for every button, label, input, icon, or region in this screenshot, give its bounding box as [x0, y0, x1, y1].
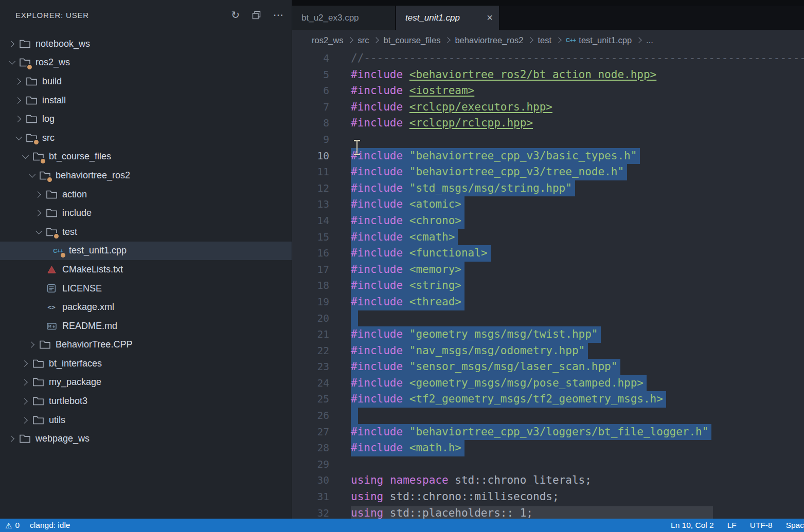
breadcrumb-item-src[interactable]: src	[358, 35, 369, 45]
tree-item-CMakeLists.txt[interactable]: CMakeLists.txt	[0, 260, 292, 279]
tree-item-package.xml[interactable]: <>package.xml	[0, 298, 292, 317]
tree-item-turtlebot3[interactable]: turtlebot3	[0, 392, 292, 411]
code-line-13[interactable]: 13#include <atomic>	[292, 196, 804, 213]
code-line-5[interactable]: 5#include <behaviortree_ros2/bt_action_n…	[292, 67, 804, 83]
tree-item-action[interactable]: action	[0, 185, 292, 204]
token-plain	[403, 150, 409, 162]
refresh-icon[interactable]: ↻	[231, 10, 240, 20]
close-tab-icon[interactable]: ×	[480, 12, 493, 24]
code-line-7[interactable]: 7#include <rclcpp/executors.hpp>	[292, 99, 804, 116]
tab-test_unit1.cpp[interactable]: test_unit1.cpp×	[396, 6, 500, 30]
tree-item-ros2_ws[interactable]: ros2_ws	[0, 53, 292, 72]
chevron-right-icon[interactable]	[19, 361, 32, 366]
tree-item-test[interactable]: test	[0, 223, 292, 242]
code-line-14[interactable]: 14#include <chrono>	[292, 213, 804, 229]
tree-item-webpage_ws[interactable]: webpage_ws	[0, 429, 292, 448]
status-encoding[interactable]: UTF-8	[750, 521, 773, 530]
code-line-17[interactable]: 17#include <memory>	[292, 262, 804, 278]
collapse-all-icon[interactable]	[252, 11, 261, 20]
chevron-right-icon[interactable]	[19, 418, 32, 423]
chevron-right-icon[interactable]	[5, 436, 19, 441]
chevron-right-icon[interactable]	[25, 342, 39, 347]
tree-item-README.md[interactable]: README.md	[0, 317, 292, 336]
problems-indicator[interactable]: ⚠ 0	[5, 521, 20, 530]
code-line-19[interactable]: 19#include <thread>	[292, 294, 804, 310]
code-line-31[interactable]: 31using std::chrono::milliseconds;	[292, 489, 804, 505]
code-line-11[interactable]: 11#include "behaviortree_cpp_v3/tree_nod…	[292, 164, 804, 180]
tree-item-label: notebook_ws	[35, 39, 90, 49]
tree-item-bt_course_files[interactable]: bt_course_files	[0, 148, 292, 167]
code-line-16[interactable]: 16#include <functional>	[292, 245, 804, 262]
code-line-20[interactable]: 20	[292, 310, 804, 327]
code-line-15[interactable]: 15#include <cmath>	[292, 229, 804, 246]
code-line-4[interactable]: 4//-------------------------------------…	[292, 50, 804, 67]
more-actions-icon[interactable]: ⋯	[273, 10, 283, 20]
code-line-6[interactable]: 6#include <iostream>	[292, 83, 804, 99]
code-area[interactable]: 4//-------------------------------------…	[292, 50, 804, 519]
code-line-24[interactable]: 24#include <geometry_msgs/msg/pose_stamp…	[292, 375, 804, 392]
code-text: #include <memory>	[351, 262, 464, 278]
code-text	[351, 408, 358, 424]
status-eol[interactable]: LF	[727, 521, 737, 530]
breadcrumb-item-test_unit1.cpp[interactable]: C++test_unit1.cpp	[566, 35, 632, 45]
code-line-21[interactable]: 21#include "geometry_msgs/msg/twist.hpp"	[292, 326, 804, 343]
tree-item-include[interactable]: include	[0, 204, 292, 223]
chevron-right-icon[interactable]	[12, 79, 25, 84]
tab-bt_u2_ex3.cpp[interactable]: bt_u2_ex3.cpp	[292, 6, 396, 30]
code-line-25[interactable]: 25#include <tf2_geometry_msgs/tf2_geomet…	[292, 391, 804, 408]
chevron-right-icon[interactable]	[19, 380, 32, 384]
tree-item-my_package[interactable]: my_package	[0, 373, 292, 392]
git-modified-dot	[60, 252, 66, 259]
selection-highlight: #include "behaviortree_cpp_v3/tree_node.…	[351, 164, 627, 180]
breadcrumb-item-...[interactable]: ...	[646, 35, 653, 45]
chevron-down-icon[interactable]	[5, 61, 19, 64]
chevron-right-icon[interactable]	[5, 42, 19, 46]
chevron-down-icon[interactable]	[19, 155, 32, 158]
chevron-down-icon[interactable]	[25, 174, 39, 177]
chevron-down-icon[interactable]	[12, 137, 25, 139]
chevron-right-icon[interactable]	[32, 211, 45, 215]
tree-item-install[interactable]: install	[0, 91, 292, 110]
breadcrumb-item-behaviortree_ros2[interactable]: behaviortree_ros2	[455, 35, 523, 45]
tree-item-utils[interactable]: utils	[0, 411, 292, 430]
tree-item-behaviortree_ros2[interactable]: behaviortree_ros2	[0, 166, 292, 185]
tree-item-bt_interfaces[interactable]: bt_interfaces	[0, 354, 292, 373]
status-cursor-position[interactable]: Ln 10, Col 2	[671, 521, 714, 530]
code-line-28[interactable]: 28#include <math.h>	[292, 440, 804, 456]
code-line-12[interactable]: 12#include "std_msgs/msg/string.hpp"	[292, 180, 804, 197]
tree-item-notebook_ws[interactable]: notebook_ws	[0, 34, 292, 53]
chevron-right-icon[interactable]	[12, 98, 25, 103]
code-line-9[interactable]: 9	[292, 132, 804, 148]
breadcrumb-item-ros2_ws[interactable]: ros2_ws	[312, 35, 343, 45]
tree-item-src[interactable]: src	[0, 129, 292, 148]
code-line-8[interactable]: 8#include <rclcpp/rclcpp.hpp>	[292, 115, 804, 132]
tree-item-label: BehaviorTree.CPP	[56, 339, 132, 350]
code-text: #include <rclcpp/rclcpp.hpp>	[351, 115, 533, 132]
code-line-30[interactable]: 30using namespace std::chrono_literals;	[292, 472, 804, 489]
code-line-23[interactable]: 23#include "sensor_msgs/msg/laser_scan.h…	[292, 359, 804, 375]
tree-item-LICENSE[interactable]: LICENSE	[0, 279, 292, 298]
code-line-29[interactable]: 29	[292, 456, 804, 473]
tree-item-label: LICENSE	[62, 283, 102, 294]
chevron-right-icon[interactable]	[32, 192, 45, 197]
clangd-status[interactable]: clangd: idle	[30, 521, 70, 530]
tree-item-BehaviorTree.CPP[interactable]: BehaviorTree.CPP	[0, 336, 292, 355]
chevron-right-icon[interactable]	[12, 117, 25, 121]
tree-item-build[interactable]: build	[0, 72, 292, 91]
code-line-26[interactable]: 26	[292, 408, 804, 424]
breadcrumb-item-bt_course_files[interactable]: bt_course_files	[383, 35, 440, 45]
breadcrumb-item-test[interactable]: test	[538, 35, 551, 45]
chevron-right-icon[interactable]	[19, 399, 32, 403]
folder-icon	[25, 113, 38, 125]
code-line-10[interactable]: 10#include "behaviortree_cpp_v3/basic_ty…	[292, 148, 804, 164]
line-number: 7	[292, 99, 329, 116]
horizontal-scrollbar-thumb[interactable]	[351, 506, 713, 519]
code-line-27[interactable]: 27#include "behaviortree_cpp_v3/loggers/…	[292, 424, 804, 441]
tree-item-log[interactable]: log	[0, 109, 292, 129]
chevron-down-icon[interactable]	[32, 231, 45, 233]
code-line-22[interactable]: 22#include "nav_msgs/msg/odometry.hpp"	[292, 343, 804, 359]
status-bar: ⚠ 0 clangd: idle Ln 10, Col 2LFUTF-8Spac	[0, 519, 804, 532]
code-line-18[interactable]: 18#include <string>	[292, 278, 804, 294]
tree-item-test_unit1.cpp[interactable]: C++test_unit1.cpp	[0, 242, 292, 261]
status-indentation[interactable]: Spac	[786, 521, 804, 530]
